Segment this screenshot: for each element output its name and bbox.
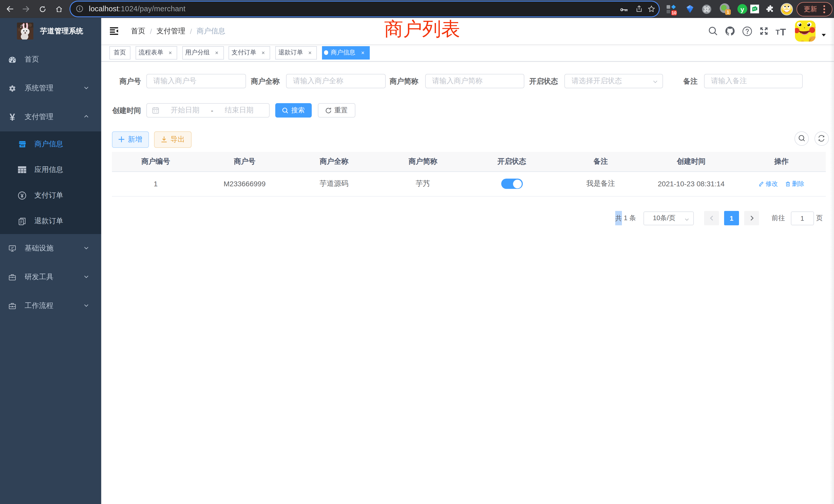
svg-text:T: T — [776, 28, 780, 36]
svg-text:10: 10 — [672, 10, 677, 15]
svg-text:1: 1 — [727, 9, 729, 14]
svg-text:y: y — [740, 6, 744, 13]
svg-text:T: T — [780, 26, 786, 36]
